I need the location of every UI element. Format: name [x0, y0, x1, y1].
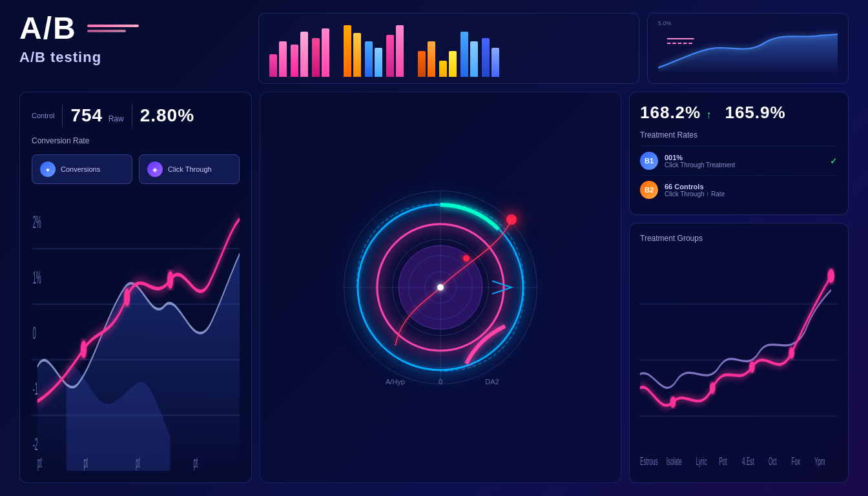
- metric-buttons: ● Conversions ◈ Click Through: [32, 154, 240, 184]
- btn-click-label: Click Through: [168, 165, 212, 173]
- brand-title-text: A/B: [19, 13, 77, 44]
- pink-bottom-line: [640, 276, 831, 405]
- stat-control: Control: [32, 112, 54, 119]
- top-charts: 5.0%: [258, 13, 849, 84]
- svg-text:pt: pt: [37, 453, 42, 471]
- stat-pct: 2.80%: [140, 105, 194, 126]
- bar: [449, 51, 457, 77]
- treatment-name-2: 66 Controls: [665, 183, 838, 191]
- right-panel: 168.2% ↑ 165.9% Treatment Rates B1: [629, 92, 849, 483]
- bar: [312, 38, 320, 77]
- bar-group-3: [312, 28, 329, 77]
- stat-pct-value: 2.80%: [140, 105, 194, 125]
- btn-conversion-label: Conversions: [61, 165, 100, 173]
- right-stats-row: 168.2% ↑ 165.9%: [640, 103, 838, 123]
- conversion-icon: ●: [40, 161, 56, 177]
- svg-text:2%: 2%: [33, 212, 41, 232]
- center-dot: [437, 284, 444, 291]
- top-bar-chart: [258, 13, 639, 84]
- stat-divider-2: [132, 104, 132, 127]
- bar: [491, 48, 499, 77]
- svg-text:0: 0: [33, 324, 36, 343]
- bar: [344, 25, 351, 77]
- stat-raw: 754 Raw: [70, 105, 123, 126]
- dot-3: [167, 271, 173, 289]
- bar: [428, 41, 435, 77]
- rdot-2: [710, 382, 715, 393]
- bar-group-8: [439, 51, 457, 77]
- stats-row: Control 754 Raw 2.80%: [32, 104, 240, 127]
- svg-text:A/Hyp: A/Hyp: [386, 378, 405, 386]
- treatment-item-1[interactable]: B1 001% Click Through Treatment ✓: [640, 146, 838, 175]
- bar: [386, 35, 394, 77]
- svg-text:pt: pt: [193, 453, 198, 471]
- dot-2: [124, 289, 130, 306]
- rdot-3: [749, 362, 754, 373]
- bar-group-2: [291, 32, 308, 77]
- bar: [365, 41, 373, 77]
- treatment-check-1: ✓: [830, 156, 838, 166]
- bar: [300, 32, 308, 77]
- svg-text:pt: pt: [136, 453, 140, 471]
- conversion-label: Conversion Rate: [32, 136, 240, 145]
- bar: [269, 54, 277, 77]
- bar: [396, 25, 404, 77]
- bar-group-1: [269, 41, 287, 77]
- treatment-icon-b1: B1: [640, 152, 658, 170]
- btn-click-through[interactable]: ◈ Click Through: [139, 154, 240, 184]
- svg-text:-2: -2: [33, 435, 38, 454]
- stat-suffix: Raw: [108, 114, 124, 123]
- treatment-groups-label: Treatment Groups: [640, 234, 838, 243]
- bar-group-4: [344, 25, 361, 77]
- radar-svg: A/Hyp 0 DA2: [337, 184, 544, 391]
- main-content: Control 754 Raw 2.80% Conversion Rate ● …: [19, 92, 849, 483]
- dot-1: [81, 340, 87, 358]
- right-top: 168.2% ↑ 165.9% Treatment Rates B1: [629, 92, 849, 215]
- bar: [482, 38, 490, 77]
- stat-control-label: Control: [32, 112, 54, 119]
- treatment-text-2: 66 Controls Click Through ↑ Rate: [665, 183, 838, 198]
- area-fill: [658, 34, 838, 74]
- svg-text:Isolate: Isolate: [666, 455, 682, 468]
- bottom-chart-area: Estrous Isolate Lyric Pot 4.Est Oct Fox …: [640, 248, 838, 472]
- treatment-desc-1: Click Through Treatment: [665, 161, 823, 169]
- left-panel: Control 754 Raw 2.80% Conversion Rate ● …: [19, 92, 252, 483]
- rdot-4: [789, 347, 794, 358]
- brand-lines: [87, 25, 139, 32]
- bar: [439, 61, 447, 77]
- stat-value: 754: [70, 105, 103, 125]
- right-stat-2: 165.9%: [725, 103, 785, 123]
- bar: [470, 41, 478, 77]
- top-line-chart: 5.0%: [647, 13, 849, 84]
- treatment-text-1: 001% Click Through Treatment: [665, 154, 823, 169]
- right-stat-1-value: 168.2% ↑: [640, 103, 712, 123]
- brand-title: A/B: [19, 13, 239, 44]
- top-line-label: 5.0%: [658, 20, 838, 26]
- svg-text:0: 0: [439, 378, 442, 386]
- bar: [460, 32, 468, 77]
- dashboard: A/B A/B testing: [0, 0, 868, 496]
- btn-conversion[interactable]: ● Conversions: [32, 154, 132, 184]
- right-stat-1: 168.2% ↑: [640, 103, 712, 123]
- svg-text:Fox: Fox: [792, 455, 801, 468]
- radar-container: A/Hyp 0 DA2: [337, 184, 544, 391]
- svg-text:1%: 1%: [33, 268, 41, 287]
- bar-chart-inner: [269, 25, 628, 77]
- svg-text:Pot: Pot: [719, 455, 727, 468]
- treatment-item-2[interactable]: B2 66 Controls Click Through ↑ Rate: [640, 175, 838, 204]
- brand-section: A/B A/B testing: [19, 13, 239, 66]
- svg-text:Oct: Oct: [769, 455, 777, 468]
- bar: [291, 45, 298, 77]
- svg-text:Lyric: Lyric: [696, 455, 707, 468]
- svg-text:Ypm: Ypm: [814, 455, 825, 468]
- click-icon: ◈: [147, 161, 163, 177]
- bar: [375, 48, 382, 77]
- right-stat-2-value: 165.9%: [725, 103, 785, 123]
- svg-text:4.Est: 4.Est: [742, 455, 754, 468]
- orbit-dot-mid: [463, 255, 470, 262]
- bar: [353, 33, 361, 77]
- center-panel: A/Hyp 0 DA2: [260, 92, 621, 483]
- small-line-chart: 2% 1% 0 -1 -2 pt pt pt pt: [32, 193, 240, 471]
- bar: [279, 41, 287, 77]
- svg-text:Estrous: Estrous: [640, 455, 658, 468]
